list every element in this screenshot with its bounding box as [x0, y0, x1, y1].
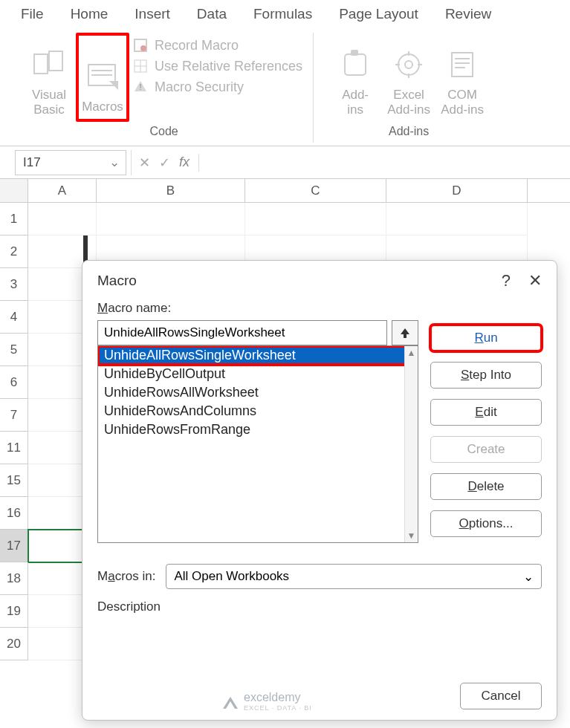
confirm-icon[interactable]: ✓ [159, 155, 170, 171]
record-macro-button[interactable]: Record Macro [132, 37, 302, 53]
macros-icon [84, 58, 121, 95]
list-item[interactable]: UnhideByCellOutput [98, 365, 418, 383]
tab-page-layout[interactable]: Page Layout [339, 6, 418, 22]
svg-point-14 [398, 54, 419, 75]
scroll-up-icon[interactable]: ▲ [405, 346, 418, 360]
macros-in-value: All Open Workbooks [174, 569, 289, 584]
addins-button[interactable]: Add- ins [328, 33, 382, 122]
excel-addins-icon [390, 46, 427, 83]
edit-button[interactable]: EditEdit [430, 399, 542, 426]
use-relative-button[interactable]: Use Relative References [132, 58, 302, 74]
addins-label: Add- ins [342, 88, 369, 117]
row-header[interactable]: 1 [0, 203, 28, 235]
column-headers: A B C D [0, 179, 570, 203]
options-button[interactable]: Options...Options... [430, 510, 542, 537]
cancel-button[interactable]: Cancel [460, 683, 542, 709]
group-addins: Add- ins Excel Add-ins COM Add-ins Add-i… [321, 33, 496, 143]
tab-data[interactable]: Data [197, 6, 227, 22]
row-header[interactable]: 6 [0, 366, 28, 399]
record-macro-label: Record Macro [155, 38, 239, 53]
svg-rect-0 [34, 54, 48, 74]
macro-security-icon: ! [132, 79, 149, 95]
row-header[interactable]: 15 [0, 464, 28, 497]
row-header[interactable]: 2 [0, 235, 28, 268]
tab-file[interactable]: File [21, 6, 44, 22]
col-header-D[interactable]: D [386, 179, 528, 202]
cancel-icon[interactable]: ✕ [139, 155, 150, 171]
watermark-logo-icon [223, 694, 238, 709]
row-header[interactable]: 5 [0, 334, 28, 366]
formula-bar[interactable]: ✕ ✓ fx [131, 150, 199, 175]
group-code-label: Code [149, 122, 178, 143]
row-header[interactable]: 11 [0, 432, 28, 464]
row-header[interactable]: 16 [0, 497, 28, 530]
row-header[interactable]: 19 [0, 595, 28, 628]
macros-in-label: Macros in: [97, 569, 155, 584]
visual-basic-label: Visual Basic [32, 88, 66, 117]
goto-macro-button[interactable] [392, 320, 418, 345]
dialog-title: Macro [97, 273, 137, 289]
name-box[interactable]: I17 ⌄ [15, 150, 126, 175]
use-relative-icon [132, 58, 149, 74]
cell[interactable] [97, 203, 245, 235]
macro-dialog: Macro ? ✕ Macro name: UnhideAllRowsSingl… [82, 260, 557, 721]
select-all-corner[interactable] [0, 179, 28, 202]
macros-label: Macros [82, 100, 123, 114]
tab-home[interactable]: Home [71, 6, 109, 22]
macro-name-label: Macro name: [97, 301, 418, 316]
row-header[interactable]: 17 [0, 530, 28, 562]
com-addins-button[interactable]: COM Add-ins [435, 33, 489, 122]
col-header-C[interactable]: C [245, 179, 386, 202]
svg-rect-20 [452, 53, 473, 77]
row-header[interactable]: 20 [0, 628, 28, 660]
list-item[interactable]: UnhideAllRowsSingleWorksheet [98, 346, 418, 365]
watermark-sub: EXCEL · DATA · BI [244, 704, 312, 712]
run-button[interactable]: RRunun [430, 325, 542, 351]
macro-name-input[interactable] [97, 320, 387, 345]
row-header[interactable]: 18 [0, 562, 28, 595]
visual-basic-button[interactable]: Visual Basic [22, 33, 76, 122]
svg-point-15 [405, 61, 412, 68]
delete-button[interactable]: DeleteDelete [430, 473, 542, 500]
cell[interactable] [245, 203, 386, 235]
divider [198, 154, 199, 172]
scroll-down-icon[interactable]: ▼ [405, 529, 418, 542]
cell[interactable] [386, 203, 528, 235]
tab-formulas[interactable]: Formulas [253, 6, 312, 22]
ribbon: Visual Basic Macros Record Macro Use Rel… [0, 30, 570, 146]
svg-rect-12 [345, 54, 366, 75]
step-into-button[interactable]: Step IntoStep Into [430, 362, 542, 389]
tab-review[interactable]: Review [445, 6, 491, 22]
help-button[interactable]: ? [502, 271, 511, 290]
macro-security-button[interactable]: ! Macro Security [132, 79, 302, 95]
watermark: exceldemy EXCEL · DATA · BI [223, 691, 312, 712]
excel-addins-button[interactable]: Excel Add-ins [382, 33, 435, 122]
list-item[interactable]: UnhideRowsAllWorksheet [98, 383, 418, 402]
fx-icon[interactable]: fx [179, 155, 190, 170]
cell[interactable] [28, 203, 97, 235]
com-addins-icon [444, 46, 481, 83]
tab-insert[interactable]: Insert [135, 6, 170, 22]
col-header-B[interactable]: B [97, 179, 245, 202]
row-header[interactable]: 4 [0, 301, 28, 334]
watermark-text: exceldemy [244, 691, 300, 703]
col-header-A[interactable]: A [28, 179, 97, 202]
list-item[interactable]: UnhideRowsAndColumns [98, 402, 418, 420]
chevron-down-icon[interactable]: ⌄ [109, 155, 120, 170]
scrollbar[interactable]: ▲ ▼ [404, 346, 418, 542]
row-header[interactable]: 3 [0, 268, 28, 301]
description-label: Description [97, 599, 542, 614]
macros-in-select[interactable]: All Open Workbooks ⌄ [166, 564, 542, 589]
macro-security-label: Macro Security [155, 79, 244, 95]
grid-row: 1 [0, 203, 570, 235]
create-button: Create [430, 436, 542, 463]
macros-button[interactable]: Macros [76, 33, 129, 122]
close-button[interactable]: ✕ [528, 271, 542, 290]
visual-basic-icon [30, 46, 68, 83]
macro-list[interactable]: UnhideAllRowsSingleWorksheet UnhideByCel… [97, 345, 418, 543]
row-header[interactable]: 7 [0, 399, 28, 432]
svg-rect-1 [49, 51, 62, 71]
list-item[interactable]: UnhideRowsFromRange [98, 420, 418, 439]
up-arrow-icon [399, 327, 411, 339]
formula-bar-row: I17 ⌄ ✕ ✓ fx [0, 146, 570, 179]
